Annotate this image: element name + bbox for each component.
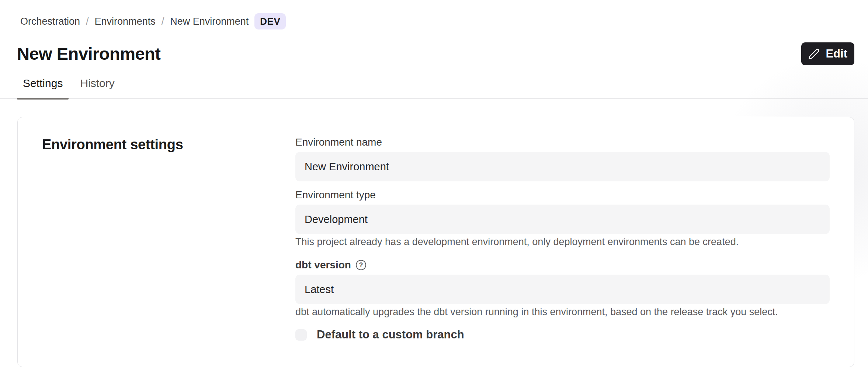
breadcrumb: Orchestration / Environments / New Envir… [0,0,868,29]
edit-button[interactable]: Edit [801,42,854,65]
dbt-version-label: dbt version [295,259,351,271]
environment-settings-form: Environment name New Environment Environ… [295,136,830,367]
dbt-version-field[interactable]: Latest [295,275,830,304]
custom-branch-label[interactable]: Default to a custom branch [317,328,464,341]
breadcrumb-environments[interactable]: Environments [95,16,156,27]
custom-branch-checkbox[interactable] [295,329,307,341]
page-title: New Environment [17,43,868,64]
environment-settings-card: Environment settings Environment name Ne… [17,117,854,367]
environment-type-field[interactable]: Development [295,205,830,234]
environment-name-field[interactable]: New Environment [295,152,830,181]
tab-history[interactable]: History [74,77,120,98]
breadcrumb-separator: / [162,16,164,27]
breadcrumb-current-page: New Environment [170,16,249,27]
tabs-bar: Settings History [0,77,868,99]
card-left-column: Environment settings [42,136,295,367]
dbt-version-helper-text: dbt automatically upgrades the dbt versi… [295,306,830,318]
breadcrumb-separator: / [86,16,89,27]
dbt-version-label-row: dbt version ? [295,259,830,271]
edit-button-label: Edit [826,47,847,60]
pencil-icon [808,48,820,60]
environment-type-helper-text: This project already has a development e… [295,236,830,248]
breadcrumb-orchestration[interactable]: Orchestration [20,16,80,27]
help-icon[interactable]: ? [356,260,366,270]
environment-type-label: Environment type [295,189,830,201]
environment-name-label: Environment name [295,136,830,149]
environment-dev-badge: DEV [254,13,286,29]
card-heading: Environment settings [42,136,295,153]
tab-settings[interactable]: Settings [17,77,69,98]
custom-branch-row: Default to a custom branch [295,328,830,341]
